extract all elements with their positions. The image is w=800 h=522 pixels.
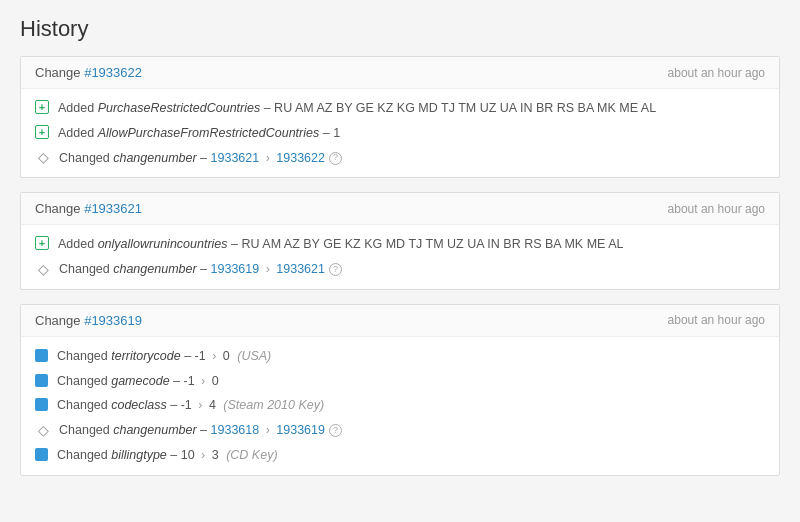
change-block-1933621: Change #1933621about an hour ago+Added o… <box>20 192 780 290</box>
entry-note: (Steam 2010 Key) <box>220 398 324 412</box>
entry-text: Added AllowPurchaseFromRestrictedCountri… <box>58 124 340 143</box>
change-body: Changed territorycode – -1 › 0 (USA)Chan… <box>21 337 779 475</box>
square-icon <box>35 349 48 362</box>
entry-text: Changed territorycode – -1 › 0 (USA) <box>57 347 271 366</box>
change-time: about an hour ago <box>668 66 765 80</box>
square-icon <box>35 448 48 461</box>
entry-row: ◇Changed changenumber – 1933621 › 193362… <box>35 149 765 168</box>
change-block-1933619: Change #1933619about an hour agoChanged … <box>20 304 780 476</box>
entry-row: +Added AllowPurchaseFromRestrictedCountr… <box>35 124 765 143</box>
change-time: about an hour ago <box>668 313 765 327</box>
entry-row: +Added onlyallowrunincountries – RU AM A… <box>35 235 765 254</box>
add-icon: + <box>35 236 49 250</box>
entry-row: Changed gamecode – -1 › 0 <box>35 372 765 391</box>
question-icon[interactable]: ? <box>329 424 342 437</box>
old-val-link[interactable]: 1933619 <box>211 262 260 276</box>
change-title: Change #1933622 <box>35 65 142 80</box>
add-icon: + <box>35 100 49 114</box>
entry-note: (CD Key) <box>223 448 278 462</box>
entry-text: Added onlyallowrunincountries – RU AM AZ… <box>58 235 624 254</box>
question-icon[interactable]: ? <box>329 263 342 276</box>
change-time: about an hour ago <box>668 202 765 216</box>
entry-text: Changed codeclass – -1 › 4 (Steam 2010 K… <box>57 396 324 415</box>
change-body: +Added onlyallowrunincountries – RU AM A… <box>21 225 779 289</box>
change-title: Change #1933619 <box>35 313 142 328</box>
square-icon <box>35 398 48 411</box>
old-val-link[interactable]: 1933621 <box>211 151 260 165</box>
new-val-link[interactable]: 1933619 <box>276 423 325 437</box>
entry-row: Changed territorycode – -1 › 0 (USA) <box>35 347 765 366</box>
page-title: History <box>20 16 780 42</box>
change-title: Change #1933621 <box>35 201 142 216</box>
change-number-link[interactable]: #1933622 <box>84 65 142 80</box>
entry-text: Changed changenumber – 1933618 › 1933619… <box>59 421 342 440</box>
entry-row: Changed codeclass – -1 › 4 (Steam 2010 K… <box>35 396 765 415</box>
entry-row: +Added PurchaseRestrictedCountries – RU … <box>35 99 765 118</box>
question-icon[interactable]: ? <box>329 152 342 165</box>
old-val-link[interactable]: 1933618 <box>211 423 260 437</box>
change-header: Change #1933622about an hour ago <box>21 57 779 89</box>
change-icon: ◇ <box>35 422 51 438</box>
change-block-1933622: Change #1933622about an hour ago+Added P… <box>20 56 780 178</box>
entry-text: Added PurchaseRestrictedCountries – RU A… <box>58 99 656 118</box>
add-icon: + <box>35 125 49 139</box>
entry-text: Changed changenumber – 1933619 › 1933621… <box>59 260 342 279</box>
entry-text: Changed billingtype – 10 › 3 (CD Key) <box>57 446 278 465</box>
entry-row: ◇Changed changenumber – 1933619 › 193362… <box>35 260 765 279</box>
change-number-link[interactable]: #1933619 <box>84 313 142 328</box>
change-header: Change #1933621about an hour ago <box>21 193 779 225</box>
change-number-link[interactable]: #1933621 <box>84 201 142 216</box>
change-body: +Added PurchaseRestrictedCountries – RU … <box>21 89 779 177</box>
new-val-link[interactable]: 1933622 <box>276 151 325 165</box>
change-icon: ◇ <box>35 150 51 166</box>
change-icon: ◇ <box>35 261 51 277</box>
entry-row: ◇Changed changenumber – 1933618 › 193361… <box>35 421 765 440</box>
new-val-link[interactable]: 1933621 <box>276 262 325 276</box>
entry-text: Changed gamecode – -1 › 0 <box>57 372 219 391</box>
entry-note: (USA) <box>234 349 272 363</box>
entry-text: Changed changenumber – 1933621 › 1933622… <box>59 149 342 168</box>
square-icon <box>35 374 48 387</box>
change-header: Change #1933619about an hour ago <box>21 305 779 337</box>
entry-row: Changed billingtype – 10 › 3 (CD Key) <box>35 446 765 465</box>
